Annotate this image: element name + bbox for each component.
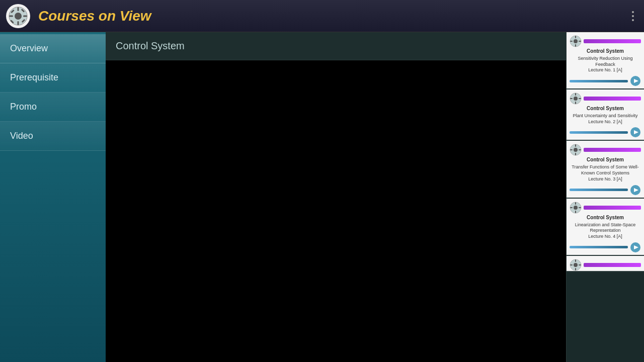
svg-rect-44: [575, 259, 576, 262]
card-play-icon-1: [630, 75, 641, 86]
svg-rect-21: [575, 102, 576, 104]
svg-rect-39: [579, 207, 581, 208]
card-progress-bar-2: [584, 97, 641, 101]
svg-rect-20: [575, 93, 576, 96]
card-progress-bottom-3: [570, 189, 628, 191]
app-header: Courses on View: [0, 0, 644, 32]
svg-rect-29: [575, 153, 576, 155]
svg-rect-47: [579, 264, 581, 265]
card-lecture-desc-2: Plant Uncertainty and Sensitivity Lectur…: [567, 112, 644, 126]
card-logo-icon-5: [570, 259, 582, 271]
svg-rect-3: [18, 21, 19, 25]
lecture-card-3[interactable]: Control System Transfer Functions of Som…: [567, 141, 644, 198]
svg-rect-22: [570, 98, 573, 99]
more-vertical-icon[interactable]: [628, 7, 638, 25]
card-lecture-desc-1: Sensitivity Reduction Using Feedback Lec…: [567, 55, 644, 74]
lecture-card-5[interactable]: [567, 256, 644, 272]
sidebar-item-overview[interactable]: Overview: [0, 34, 106, 63]
content-area: Control System: [106, 32, 566, 362]
sidebar-item-prerequisite[interactable]: Prerequisite: [0, 63, 106, 93]
card-lecture-desc-4: Linearization and State-Space Representa…: [567, 221, 644, 241]
card-play-icon-3: [630, 185, 641, 196]
card-play-icon-4: [630, 242, 641, 253]
svg-rect-13: [575, 44, 576, 47]
sidebar-item-promo[interactable]: Promo: [0, 93, 106, 122]
svg-point-27: [574, 148, 578, 152]
lecture-card-4[interactable]: Control System Linearization and State-S…: [567, 199, 644, 256]
main-layout: Overview Prerequisite Promo Video Contro…: [0, 32, 644, 362]
svg-rect-30: [570, 149, 573, 150]
card-course-title-3: Control System: [567, 156, 644, 163]
svg-point-43: [574, 263, 578, 267]
sidebar: Overview Prerequisite Promo Video: [0, 32, 106, 362]
sidebar-item-video[interactable]: Video: [0, 122, 106, 151]
svg-rect-38: [570, 207, 573, 208]
svg-point-35: [574, 206, 578, 210]
svg-rect-2: [18, 7, 19, 11]
svg-rect-5: [23, 15, 27, 17]
course-title: Control System: [106, 32, 566, 60]
lecture-card-1[interactable]: Control System Sensitivity Reduction Usi…: [567, 32, 644, 89]
svg-rect-45: [575, 268, 576, 270]
card-course-title-1: Control System: [567, 47, 644, 55]
card-course-title-4: Control System: [567, 214, 644, 221]
card-logo-icon-4: [570, 202, 582, 214]
svg-point-1: [15, 13, 22, 20]
svg-rect-23: [579, 98, 581, 99]
card-progress-bar-4: [584, 206, 641, 210]
card-progress-bottom-4: [570, 246, 628, 248]
svg-rect-31: [579, 149, 581, 150]
card-course-title-2: Control System: [567, 105, 644, 112]
svg-rect-14: [570, 41, 573, 42]
svg-rect-12: [575, 36, 576, 38]
card-progress-bottom-1: [570, 80, 628, 82]
svg-rect-37: [575, 211, 576, 213]
card-logo-icon-2: [570, 93, 582, 105]
card-progress-bar-5: [584, 263, 641, 267]
svg-rect-36: [575, 202, 576, 205]
svg-point-11: [574, 39, 578, 43]
lecture-list: Control System Sensitivity Reduction Usi…: [566, 32, 644, 362]
svg-rect-4: [9, 15, 13, 17]
svg-rect-46: [570, 264, 573, 265]
card-lecture-desc-3: Transfer Functions of Some Well-Known Co…: [567, 163, 644, 183]
svg-rect-28: [575, 144, 576, 147]
svg-rect-15: [579, 41, 581, 42]
card-logo-icon-1: [570, 35, 582, 47]
lecture-card-2[interactable]: Control System Plant Uncertainty and Sen…: [567, 89, 644, 141]
video-player[interactable]: [106, 60, 566, 362]
svg-point-19: [574, 97, 578, 101]
app-logo: [6, 4, 30, 28]
card-progress-bar-1: [584, 39, 641, 43]
card-progress-bottom-2: [570, 131, 628, 134]
card-logo-icon-3: [570, 144, 582, 156]
card-play-icon-2: [630, 127, 641, 138]
card-progress-bar-3: [584, 148, 641, 152]
app-title: Courses on View: [38, 8, 628, 24]
